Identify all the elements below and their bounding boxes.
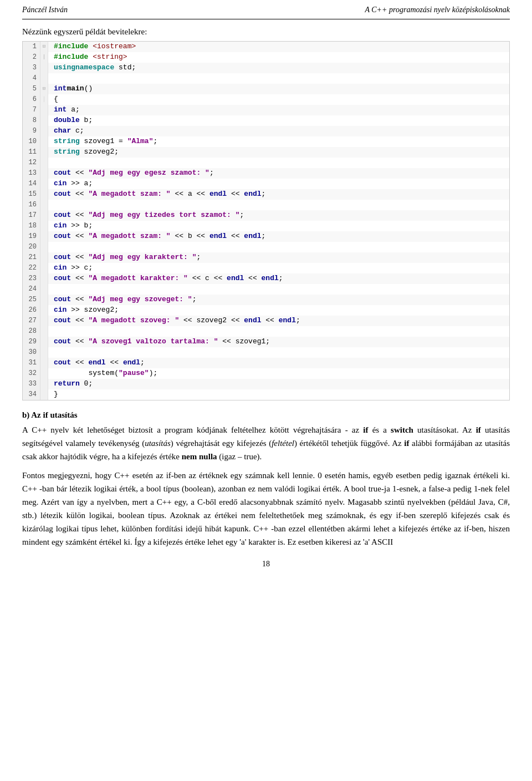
line-num-8: 8 [23,115,40,126]
code-line-11: 11 string szoveg2; [23,147,509,158]
code-line-16: 16 [23,200,509,210]
line-num-26: 26 [23,305,40,316]
line-content-23: cout << "A megadott karakter: " << c << … [48,273,509,284]
line-content-13: cout << "Adj meg egy egesz szamot: "; [48,168,509,179]
line-num-7: 7 [23,105,40,115]
fold-23 [40,273,48,284]
line-num-12: 12 [23,158,40,168]
code-line-22: 22 cin >> c; [23,263,509,273]
fold-2: | [40,52,48,63]
line-content-9: char c; [48,126,509,136]
fold-1[interactable]: ⊟ [40,42,48,52]
fold-32 [40,368,48,379]
line-num-14: 14 [23,179,40,189]
body-para-1: A C++ nyelv két lehetőséget biztosít a p… [22,423,510,463]
code-line-4: 4 [23,73,509,84]
line-content-17: cout << "Adj meg egy tizedes tort szamot… [48,210,509,221]
line-num-29: 29 [23,337,40,347]
line-content-33: return 0; [48,379,509,389]
line-content-2: #include <string> [48,52,509,63]
line-content-7: int a; [48,105,509,115]
header-author: Pánczél István [22,6,68,14]
fold-4 [40,73,48,84]
line-num-28: 28 [23,326,40,337]
fold-25 [40,295,48,305]
code-line-2: 2 | #include <string> [23,52,509,63]
line-content-16 [48,200,509,210]
line-num-31: 31 [23,358,40,368]
line-content-34: } [48,389,509,400]
line-num-15: 15 [23,189,40,200]
code-line-30: 30 [23,347,509,358]
fold-22 [40,263,48,273]
line-num-32: 32 [23,368,40,379]
line-num-33: 33 [23,379,40,389]
code-line-24: 24 [23,284,509,295]
code-line-34: 34 } [23,389,509,400]
intro-text: Nézzünk egyszerű példát bevitelekre: [22,27,510,37]
code-line-33: 33 return 0; [23,379,509,389]
fold-20 [40,242,48,252]
line-num-23: 23 [23,273,40,284]
code-line-9: 9 char c; [23,126,509,136]
line-content-25: cout << "Adj meg egy szoveget: "; [48,295,509,305]
fold-8 [40,115,48,126]
line-content-12 [48,158,509,168]
line-num-30: 30 [23,347,40,358]
code-line-14: 14 cin >> a; [23,179,509,189]
code-line-6: 6 │ { [23,94,509,105]
line-num-21: 21 [23,252,40,263]
fold-5[interactable]: ⊟ [40,84,48,94]
line-num-25: 25 [23,295,40,305]
code-line-20: 20 [23,242,509,252]
fold-21 [40,252,48,263]
line-num-17: 17 [23,210,40,221]
fold-19 [40,231,48,242]
line-num-1: 1 [23,42,40,52]
code-line-13: 13 cout << "Adj meg egy egesz szamot: "; [23,168,509,179]
line-num-34: 34 [23,389,40,400]
code-line-15: 15 cout << "A megadott szam: " << a << e… [23,189,509,200]
line-content-20 [48,242,509,252]
line-content-22: cin >> c; [48,263,509,273]
line-content-24 [48,284,509,295]
line-content-26: cin >> szoveg2; [48,305,509,316]
code-line-28: 28 [23,326,509,337]
code-line-21: 21 cout << "Adj meg egy karaktert: "; [23,252,509,263]
fold-16 [40,200,48,210]
fold-17 [40,210,48,221]
fold-18 [40,221,48,231]
line-content-10: string szoveg1 = "Alma"; [48,136,509,147]
line-content-18: cin >> b; [48,221,509,231]
line-content-31: cout << endl << endl; [48,358,509,368]
line-content-28 [48,326,509,337]
fold-9 [40,126,48,136]
fold-12 [40,158,48,168]
code-line-17: 17 cout << "Adj meg egy tizedes tort sza… [23,210,509,221]
line-num-20: 20 [23,242,40,252]
code-line-18: 18 cin >> b; [23,221,509,231]
line-content-21: cout << "Adj meg egy karaktert: "; [48,252,509,263]
line-content-4 [48,73,509,84]
code-line-25: 25 cout << "Adj meg egy szoveget: "; [23,295,509,305]
fold-33 [40,379,48,389]
page-number: 18 [22,560,510,569]
code-block: 1 ⊟ #include <iostream> 2 | #include <st… [22,41,510,400]
line-num-16: 16 [23,200,40,210]
fold-31 [40,358,48,368]
code-line-19: 19 cout << "A megadott szam: " << b << e… [23,231,509,242]
line-num-18: 18 [23,221,40,231]
code-line-31: 31 cout << endl << endl; [23,358,509,368]
line-num-3: 3 [23,63,40,73]
line-content-15: cout << "A megadott szam: " << a << endl… [48,189,509,200]
fold-10 [40,136,48,147]
line-num-19: 19 [23,231,40,242]
body-para-2: Fontos megjegyezni, hogy C++ esetén az i… [22,469,510,549]
line-content-8: double b; [48,115,509,126]
fold-15 [40,189,48,200]
code-line-8: 8 double b; [23,115,509,126]
line-num-24: 24 [23,284,40,295]
code-line-1: 1 ⊟ #include <iostream> [23,42,509,52]
fold-27 [40,316,48,326]
page-header: Pánczél István A C++ programozási nyelv … [22,0,510,19]
